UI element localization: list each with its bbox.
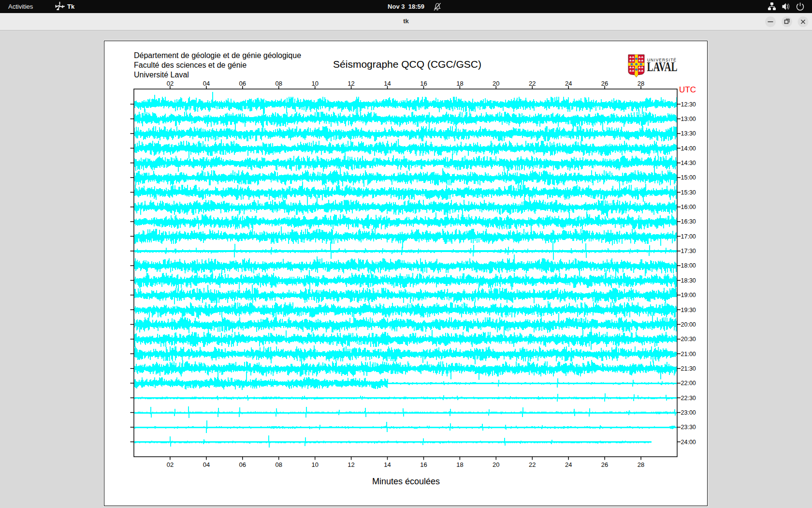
svg-text:02: 02 xyxy=(167,461,174,468)
svg-text:16: 16 xyxy=(420,461,427,468)
svg-text:16:00: 16:00 xyxy=(681,204,696,210)
svg-text:18:30: 18:30 xyxy=(681,277,696,284)
svg-text:16: 16 xyxy=(420,80,427,87)
svg-text:14:30: 14:30 xyxy=(681,160,696,166)
svg-text:12:30: 12:30 xyxy=(681,101,696,108)
svg-text:26: 26 xyxy=(601,80,608,87)
svg-text:17:30: 17:30 xyxy=(681,248,696,254)
svg-text:18: 18 xyxy=(456,461,463,468)
svg-text:04: 04 xyxy=(203,80,210,87)
svg-text:24: 24 xyxy=(565,80,572,87)
svg-text:21:30: 21:30 xyxy=(681,365,696,372)
svg-text:14:00: 14:00 xyxy=(681,145,696,152)
svg-text:19:00: 19:00 xyxy=(681,292,696,299)
svg-text:26: 26 xyxy=(601,461,608,468)
svg-text:20:00: 20:00 xyxy=(681,321,696,328)
svg-text:23:30: 23:30 xyxy=(681,424,696,431)
svg-text:08: 08 xyxy=(275,80,282,87)
svg-text:Université Laval: Université Laval xyxy=(134,71,189,79)
svg-text:18: 18 xyxy=(456,80,463,87)
svg-text:20: 20 xyxy=(493,461,499,468)
svg-text:24:00: 24:00 xyxy=(681,439,696,446)
svg-text:Séismographe QCQ (CGC/GSC): Séismographe QCQ (CGC/GSC) xyxy=(333,59,481,70)
svg-text:02: 02 xyxy=(167,80,174,87)
svg-text:28: 28 xyxy=(638,461,644,468)
svg-text:14: 14 xyxy=(384,461,391,468)
svg-text:10: 10 xyxy=(311,80,318,87)
svg-text:UTC: UTC xyxy=(679,85,696,94)
svg-text:08: 08 xyxy=(275,461,282,468)
svg-text:15:00: 15:00 xyxy=(681,174,696,181)
svg-text:06: 06 xyxy=(239,461,246,468)
svg-text:15:30: 15:30 xyxy=(681,189,696,196)
svg-text:22:00: 22:00 xyxy=(681,380,696,387)
svg-text:Département de géologie et de: Département de géologie et de génie géol… xyxy=(134,51,301,60)
svg-text:22: 22 xyxy=(529,461,536,468)
svg-text:18:00: 18:00 xyxy=(681,262,696,269)
svg-text:04: 04 xyxy=(203,461,210,468)
svg-text:20: 20 xyxy=(493,80,499,87)
svg-text:24: 24 xyxy=(565,461,572,468)
svg-text:28: 28 xyxy=(638,80,644,87)
svg-text:19:30: 19:30 xyxy=(681,307,696,314)
svg-text:16:30: 16:30 xyxy=(681,218,696,225)
svg-text:12: 12 xyxy=(348,80,354,87)
svg-text:23:00: 23:00 xyxy=(681,409,696,416)
svg-text:21:00: 21:00 xyxy=(681,351,696,358)
svg-text:13:30: 13:30 xyxy=(681,130,696,137)
svg-text:06: 06 xyxy=(239,80,246,87)
svg-text:13:00: 13:00 xyxy=(681,116,696,122)
svg-text:10: 10 xyxy=(311,461,318,468)
svg-text:22: 22 xyxy=(529,80,536,87)
svg-text:20:30: 20:30 xyxy=(681,336,696,343)
svg-text:17:00: 17:00 xyxy=(681,233,696,240)
svg-text:22:30: 22:30 xyxy=(681,395,696,402)
svg-text:14: 14 xyxy=(384,80,391,87)
svg-text:Minutes écoulées: Minutes écoulées xyxy=(372,477,440,486)
svg-text:LAVAL: LAVAL xyxy=(647,60,678,74)
svg-text:Faculté des sciences et de gén: Faculté des sciences et de génie xyxy=(134,61,246,69)
svg-text:12: 12 xyxy=(348,461,354,468)
